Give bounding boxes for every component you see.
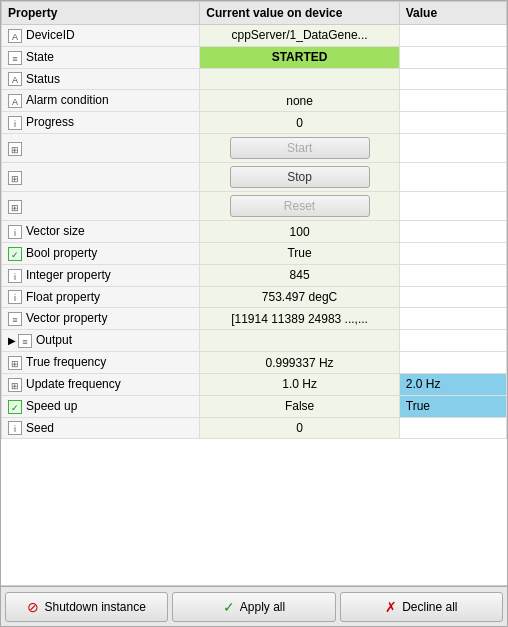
- edit-value-cell: [399, 330, 506, 352]
- prop-label-cell: iInteger property: [2, 264, 200, 286]
- edit-value-cell: [399, 68, 506, 90]
- prop-type-icon: ✓: [8, 247, 22, 261]
- current-value-cell: 0: [200, 417, 399, 439]
- prop-type-icon: A: [8, 94, 22, 108]
- prop-type-icon: ⊞: [8, 171, 22, 185]
- decline-icon: ✗: [385, 599, 397, 615]
- table-row: AStatus: [2, 68, 507, 90]
- prop-icon-cell: ⊞: [2, 192, 200, 221]
- apply-all-button[interactable]: ✓ Apply all: [172, 592, 335, 622]
- table-area: Property Current value on device Value A…: [1, 1, 507, 586]
- current-value-cell: 100: [200, 221, 399, 243]
- table-row: iProgress0: [2, 112, 507, 134]
- prop-label-cell: ⊞True frequency: [2, 352, 200, 374]
- prop-label-cell: ✓Speed up: [2, 395, 200, 417]
- current-value-cell: 845: [200, 264, 399, 286]
- prop-label: Integer property: [26, 268, 111, 282]
- apply-icon: ✓: [223, 599, 235, 615]
- edit-value-cell: [399, 25, 506, 47]
- value-cell: [399, 192, 506, 221]
- prop-type-icon: A: [8, 29, 22, 43]
- prop-type-icon: i: [8, 116, 22, 130]
- table-row: iFloat property753.497 degC: [2, 286, 507, 308]
- prop-label-cell: AStatus: [2, 68, 200, 90]
- prop-type-icon: ⊞: [8, 356, 22, 370]
- table-row: ⊞True frequency0.999337 Hz: [2, 352, 507, 374]
- prop-icon-cell: ⊞: [2, 134, 200, 163]
- button-cell[interactable]: Start: [200, 134, 399, 163]
- table-row: ▶≡Output: [2, 330, 507, 352]
- prop-label: Output: [36, 333, 72, 347]
- col-property: Property: [2, 2, 200, 25]
- button-cell[interactable]: Stop: [200, 163, 399, 192]
- table-row: ⊞Reset: [2, 192, 507, 221]
- current-value-cell: [200, 68, 399, 90]
- table-row: ≡Vector property[11914 11389 24983 ...,.…: [2, 308, 507, 330]
- button-cell[interactable]: Reset: [200, 192, 399, 221]
- stop-btn[interactable]: Stop: [230, 166, 370, 188]
- current-value-cell: True: [200, 242, 399, 264]
- table-row: ✓Speed upFalseTrue: [2, 395, 507, 417]
- prop-label-cell: ADeviceID: [2, 25, 200, 47]
- prop-label-cell: ▶≡Output: [2, 330, 200, 352]
- prop-label: Vector property: [26, 311, 107, 325]
- edit-value-cell[interactable]: True: [399, 395, 506, 417]
- edit-value-cell: [399, 46, 506, 68]
- current-value-cell: 753.497 degC: [200, 286, 399, 308]
- current-value-cell: none: [200, 90, 399, 112]
- prop-label: Alarm condition: [26, 93, 109, 107]
- decline-all-button[interactable]: ✗ Decline all: [340, 592, 503, 622]
- apply-label: Apply all: [240, 600, 285, 614]
- reset-btn: Reset: [230, 195, 370, 217]
- prop-label: Bool property: [26, 246, 97, 260]
- prop-type-icon: i: [8, 290, 22, 304]
- table-row: ≡StateSTARTED: [2, 46, 507, 68]
- shutdown-icon: ⊘: [27, 599, 39, 615]
- table-row: iSeed0: [2, 417, 507, 439]
- current-value-cell: [200, 330, 399, 352]
- col-current-value: Current value on device: [200, 2, 399, 25]
- edit-value-cell: [399, 221, 506, 243]
- prop-label-cell: ⊞Update frequency: [2, 373, 200, 395]
- edit-value-cell: [399, 90, 506, 112]
- table-row: AAlarm conditionnone: [2, 90, 507, 112]
- prop-label-cell: ≡Vector property: [2, 308, 200, 330]
- prop-label-cell: ≡State: [2, 46, 200, 68]
- table-row: iInteger property845: [2, 264, 507, 286]
- table-row: ADeviceIDcppServer/1_DataGene...: [2, 25, 507, 47]
- main-container: Property Current value on device Value A…: [0, 0, 508, 627]
- properties-table: Property Current value on device Value A…: [1, 1, 507, 439]
- footer: ⊘ Shutdown instance ✓ Apply all ✗ Declin…: [1, 586, 507, 626]
- prop-type-icon: i: [8, 225, 22, 239]
- prop-label: True frequency: [26, 355, 106, 369]
- prop-label: State: [26, 50, 54, 64]
- table-row: ⊞Stop: [2, 163, 507, 192]
- edit-value-cell: [399, 242, 506, 264]
- shutdown-button[interactable]: ⊘ Shutdown instance: [5, 592, 168, 622]
- prop-label: Status: [26, 72, 60, 86]
- edit-value-cell: [399, 264, 506, 286]
- current-value-cell: 1.0 Hz: [200, 373, 399, 395]
- prop-type-icon: i: [8, 269, 22, 283]
- current-value-cell: STARTED: [200, 46, 399, 68]
- prop-label-cell: iProgress: [2, 112, 200, 134]
- table-row: ⊞Update frequency1.0 Hz2.0 Hz: [2, 373, 507, 395]
- table-row: ✓Bool propertyTrue: [2, 242, 507, 264]
- prop-type-icon: ⊞: [8, 200, 22, 214]
- edit-value-cell: [399, 308, 506, 330]
- prop-type-icon: ≡: [18, 334, 32, 348]
- prop-type-icon: i: [8, 421, 22, 435]
- edit-value-cell[interactable]: 2.0 Hz: [399, 373, 506, 395]
- current-value-cell: False: [200, 395, 399, 417]
- prop-type-icon: A: [8, 72, 22, 86]
- prop-type-icon: ⊞: [8, 378, 22, 392]
- prop-label: Float property: [26, 290, 100, 304]
- prop-label: DeviceID: [26, 28, 75, 42]
- expand-arrow-icon[interactable]: ▶: [8, 335, 16, 346]
- decline-label: Decline all: [402, 600, 457, 614]
- shutdown-label: Shutdown instance: [44, 600, 145, 614]
- prop-label: Vector size: [26, 224, 85, 238]
- current-value-cell: cppServer/1_DataGene...: [200, 25, 399, 47]
- prop-label-cell: ✓Bool property: [2, 242, 200, 264]
- prop-type-icon: ✓: [8, 400, 22, 414]
